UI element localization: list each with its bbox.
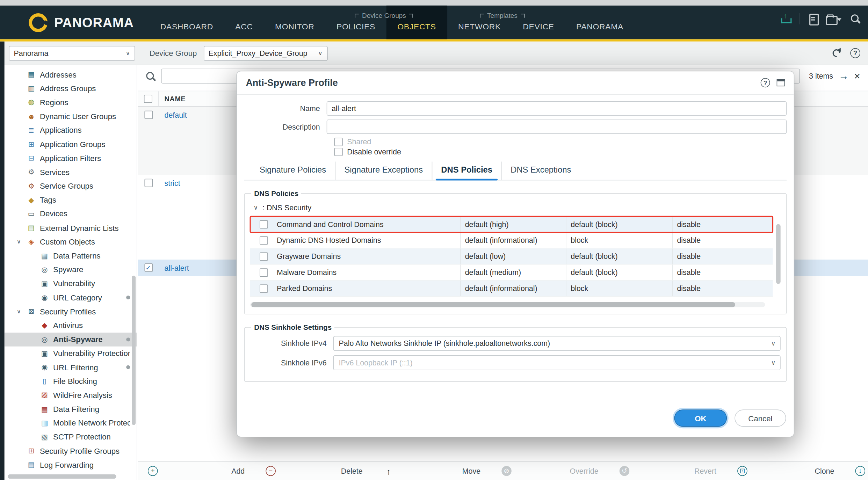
dns-policy-action[interactable]: block <box>566 232 672 248</box>
sidebar-horizontal-scrollbar[interactable] <box>8 474 116 479</box>
help-icon[interactable] <box>850 48 860 58</box>
sidebar-item[interactable]: Custom Objects <box>5 235 137 249</box>
ok-button[interactable]: OK <box>674 409 727 427</box>
toolbar-action[interactable]: Revert <box>620 466 723 476</box>
dns-security-group-row[interactable]: ∨ : DNS Security <box>250 200 773 217</box>
dns-packet-capture[interactable]: disable <box>672 264 773 280</box>
collapse-caret-icon[interactable]: ∨ <box>254 204 258 212</box>
sidebar-item[interactable]: Data Filtering <box>5 402 137 416</box>
dns-log-severity[interactable]: default (informational) <box>460 232 566 248</box>
dns-row-checkbox[interactable] <box>259 220 268 228</box>
shared-checkbox[interactable] <box>334 138 343 146</box>
sidebar-item[interactable]: Vulnerability Protection <box>5 346 137 360</box>
sidebar-item[interactable]: Mobile Network Protect <box>5 416 137 430</box>
commit-push-icon[interactable] <box>780 13 791 24</box>
toolbar-action[interactable]: Clone <box>737 466 841 476</box>
toolbar-action[interactable]: Move <box>384 466 487 476</box>
nav-tab[interactable]: DEVICE <box>512 6 565 39</box>
refresh-icon[interactable] <box>831 48 841 58</box>
dns-policy-row[interactable]: Parked Domains default (informational) b… <box>250 281 773 297</box>
nav-tab[interactable]: DASHBOARD <box>149 6 224 39</box>
profile-name-link[interactable]: all-alert <box>159 260 189 272</box>
dns-packet-capture[interactable]: disable <box>672 232 773 248</box>
dns-row-checkbox[interactable] <box>259 252 268 261</box>
dns-policy-row[interactable]: Command and Control Domains default (hig… <box>250 216 773 232</box>
dns-row-checkbox[interactable] <box>259 236 268 245</box>
dns-packet-capture[interactable]: disable <box>672 281 773 296</box>
tasks-icon[interactable] <box>807 13 818 24</box>
sidebar-item[interactable]: Applications <box>5 123 137 137</box>
select-all-checkbox[interactable] <box>144 95 152 103</box>
dns-policy-row[interactable]: Malware Domains default (medium) default… <box>250 264 773 281</box>
row-checkbox[interactable] <box>144 179 153 187</box>
row-checkbox[interactable] <box>144 263 153 272</box>
sidebar-item[interactable]: Tags <box>5 193 137 207</box>
sidebar-item[interactable]: URL Filtering <box>5 360 137 374</box>
dialog-tab[interactable]: DNS Exceptions <box>501 162 580 180</box>
sidebar-item[interactable]: Dynamic User Groups <box>5 109 137 123</box>
sidebar-item[interactable]: Data Patterns <box>5 249 137 263</box>
dialog-tab[interactable]: DNS Policies <box>432 162 501 180</box>
sidebar-item[interactable]: Addresses <box>5 67 137 81</box>
sidebar-item[interactable]: Service Groups <box>5 179 137 193</box>
context-select[interactable]: Panorama ∨ <box>9 46 135 61</box>
window-icon[interactable] <box>777 79 785 87</box>
cancel-button[interactable]: Cancel <box>735 409 786 427</box>
dialog-tab[interactable]: Signature Exceptions <box>335 162 432 180</box>
sidebar-item[interactable]: Devices <box>5 207 137 221</box>
nav-tab[interactable]: MONITOR <box>264 6 325 39</box>
sidebar-item[interactable]: Anti-Spyware <box>5 332 137 346</box>
dns-policy-action[interactable]: default (block) <box>566 216 672 232</box>
sidebar-item[interactable]: SCTP Protection <box>5 430 137 444</box>
sidebar-item[interactable]: WildFire Analysis <box>5 388 137 402</box>
nav-tab[interactable]: PANORAMA <box>565 6 634 39</box>
dns-table-horizontal-scrollbar[interactable] <box>251 302 735 307</box>
sidebar-item[interactable]: Vulnerability <box>5 277 137 291</box>
profile-name-link[interactable]: strict <box>159 175 180 188</box>
sinkhole-ipv4-select[interactable]: Palo Alto Networks Sinkhole IP (sinkhole… <box>333 336 781 351</box>
sidebar-item[interactable]: Address Groups <box>5 81 137 95</box>
sidebar-item[interactable]: Application Groups <box>5 137 137 151</box>
dns-policy-action[interactable]: block <box>566 281 672 296</box>
dns-row-checkbox[interactable] <box>259 268 268 277</box>
dns-log-severity[interactable]: default (high) <box>460 216 566 232</box>
dialog-tab[interactable]: Signature Policies <box>251 162 335 180</box>
sidebar-item[interactable]: External Dynamic Lists <box>5 221 137 235</box>
sidebar-item[interactable]: Application Filters <box>5 151 137 165</box>
search-icon[interactable] <box>849 13 860 24</box>
sidebar-item[interactable]: Log Forwarding <box>5 458 137 472</box>
toolbar-action[interactable]: Add <box>148 466 251 476</box>
dns-row-checkbox[interactable] <box>259 284 268 292</box>
row-checkbox[interactable] <box>144 111 153 119</box>
sidebar-item[interactable]: File Blocking <box>5 374 137 388</box>
dns-packet-capture[interactable]: disable <box>672 248 773 264</box>
expand-caret-icon[interactable] <box>17 308 27 315</box>
name-field[interactable] <box>327 101 787 116</box>
nav-tab[interactable]: OBJECTS <box>386 6 447 39</box>
next-page-arrow-icon[interactable]: → <box>839 71 849 81</box>
dns-log-severity[interactable]: default (low) <box>460 248 566 264</box>
nav-tab[interactable]: NETWORK <box>447 6 512 39</box>
sidebar-item[interactable]: Regions <box>5 95 137 109</box>
device-group-select[interactable]: Explicit_Proxy_Device_Group ∨ <box>203 46 327 61</box>
dns-policy-row[interactable]: Dynamic DNS Hosted Domains default (info… <box>250 232 773 248</box>
dns-packet-capture[interactable]: disable <box>672 216 773 232</box>
sidebar-item[interactable]: Spyware <box>5 263 137 277</box>
dns-table-vertical-scrollbar[interactable] <box>776 224 781 284</box>
clear-filter-icon[interactable]: × <box>854 71 860 81</box>
profile-name-link[interactable]: default <box>159 107 187 119</box>
commit-menu-icon[interactable] <box>826 13 841 24</box>
description-field[interactable] <box>327 119 787 134</box>
sidebar-item[interactable]: URL Category <box>5 291 137 305</box>
sidebar-item[interactable]: Security Profiles <box>5 305 137 319</box>
sidebar-item[interactable]: Antivirus <box>5 319 137 333</box>
sinkhole-ipv6-select[interactable]: IPv6 Loopback IP (::1) ∨ <box>333 355 781 370</box>
help-icon[interactable] <box>761 78 770 87</box>
toolbar-action[interactable]: Delete <box>266 466 369 476</box>
sidebar-vertical-scrollbar[interactable] <box>132 276 136 425</box>
dns-policy-action[interactable]: default (block) <box>566 248 672 264</box>
expand-caret-icon[interactable] <box>17 238 27 246</box>
dns-policy-row[interactable]: Grayware Domains default (low) default (… <box>250 248 773 264</box>
dns-policy-action[interactable]: default (block) <box>566 264 672 280</box>
dns-log-severity[interactable]: default (informational) <box>460 281 566 296</box>
